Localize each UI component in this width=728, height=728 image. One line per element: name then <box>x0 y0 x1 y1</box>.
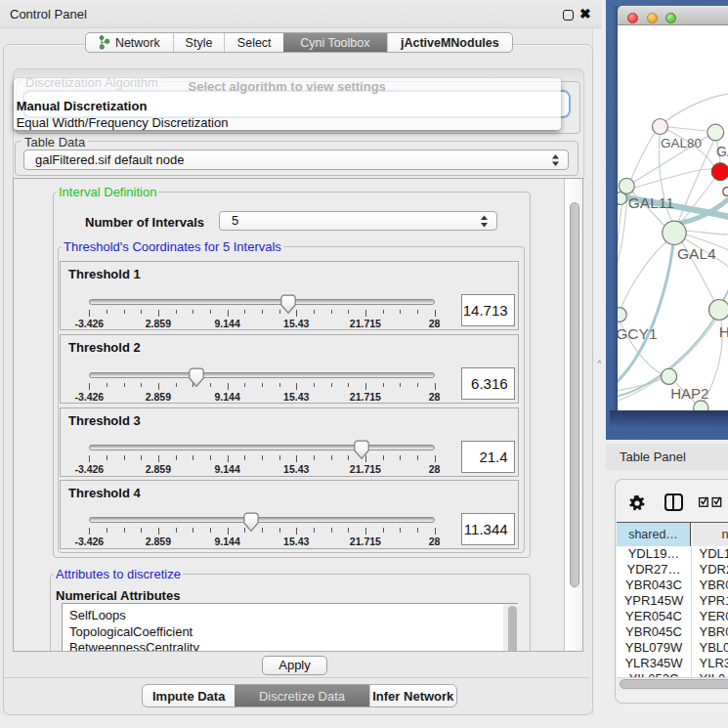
svg-text:H: H <box>719 323 728 340</box>
svg-text:GA: GA <box>716 144 728 159</box>
svg-text:GAL80: GAL80 <box>661 136 702 150</box>
svg-text:GCY1: GCY1 <box>618 325 658 342</box>
svg-text:GAL4: GAL4 <box>677 245 716 262</box>
svg-text:C: C <box>722 184 728 199</box>
svg-text:HAP2: HAP2 <box>670 385 708 402</box>
svg-text:GAL11: GAL11 <box>628 194 674 211</box>
